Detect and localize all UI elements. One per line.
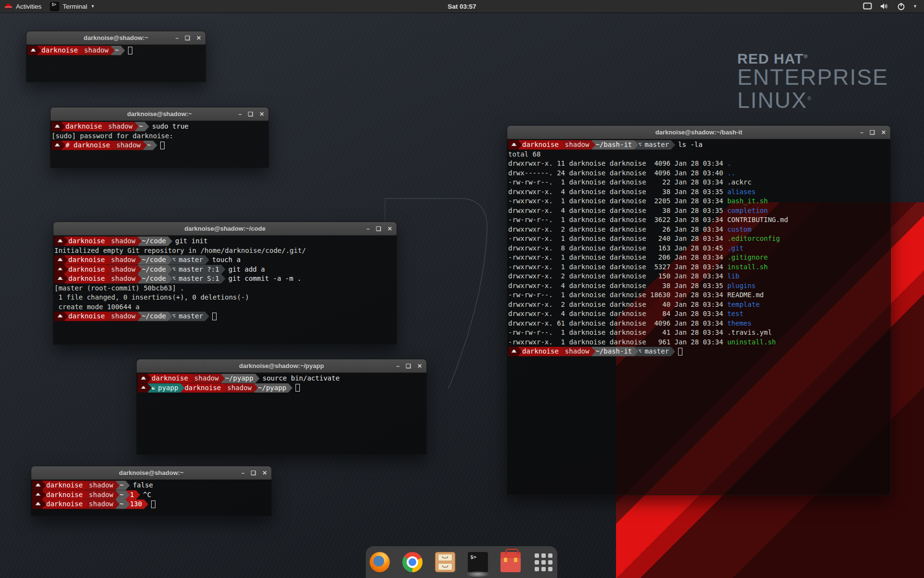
git-branch-icon: ⌥ (172, 274, 176, 284)
prompt-segment-host: shadow (85, 481, 120, 490)
git-branch-icon: ⌥ (172, 255, 176, 265)
top-bar: Activities $> Terminal ▼ Sat 03:57 ▼ (0, 0, 924, 13)
minimize-button[interactable]: – (238, 111, 242, 117)
terminal-line: 1 file changed, 0 insertions(+), 0 delet… (54, 293, 397, 302)
window-titlebar[interactable]: darknoise@shadow:~–❑✕ (26, 31, 205, 45)
terminal-line: # darknoiseshadow~ (51, 141, 269, 150)
prompt-segment-host: shadow (107, 255, 142, 265)
redhat-icon (36, 502, 40, 506)
maximize-button[interactable]: ❑ (185, 35, 190, 41)
command-text: git init (168, 236, 207, 246)
prompt-segment-host: shadow (85, 490, 120, 500)
prompt-segment-user: darknoise (42, 490, 89, 500)
terminal-window-t1: darknoise@shadow:~–❑✕darknoiseshadow~ (26, 31, 206, 82)
prompt-segment-path: ~/bash-it (591, 347, 638, 356)
filename-dir: template (727, 300, 759, 310)
terminal-cursor (160, 142, 165, 149)
terminal-line: darknoiseshadow~/code⌥master (54, 312, 397, 321)
filename-exec: uninstall.sh (727, 338, 776, 347)
dock-chrome-button[interactable] (402, 552, 423, 573)
terminal-line: drwxrwxr-x. 4 darknoise darknoise 38 Jan… (508, 187, 890, 197)
maximize-button[interactable]: ❑ (376, 226, 381, 232)
terminal-line: darknoiseshadow~/code⌥master S:1git comm… (54, 274, 397, 284)
redhat-icon (58, 277, 63, 280)
app-grid-icon (535, 553, 552, 571)
filename-dir: test (727, 309, 744, 319)
prompt-segment-path: ~/code (138, 236, 172, 246)
prompt-segment-host: shadow (191, 374, 225, 383)
dock-files-button[interactable] (435, 552, 456, 573)
minimize-button[interactable]: – (366, 226, 370, 232)
terminal-content[interactable]: darknoiseshadow~/codegit initInitialized… (53, 236, 397, 344)
dock-terminal-button[interactable]: $> (467, 552, 488, 573)
close-button[interactable]: ✕ (881, 130, 886, 135)
terminal-content[interactable]: darknoiseshadow~falsedarknoiseshadow~1^C… (31, 480, 271, 516)
close-button[interactable]: ✕ (196, 35, 201, 41)
command-text: source bin/activate (256, 374, 339, 383)
window-title: darknoise@shadow:~/pyapp (239, 362, 324, 369)
window-title: darknoise@shadow:~ (119, 469, 183, 476)
close-button[interactable]: ✕ (259, 111, 264, 117)
terminal-content[interactable]: darknoiseshadow~sudo true[sudo] password… (51, 121, 269, 168)
minimize-button[interactable]: – (175, 35, 179, 41)
terminal-line: Initialized empty Git repository in /hom… (54, 246, 397, 256)
terminal-cursor (151, 500, 155, 508)
close-button[interactable]: ✕ (417, 363, 422, 369)
filename-file: README.md (727, 290, 764, 300)
output-text: -rwxrwxr-x. 1 darknoise darknoise 240 Ja… (508, 234, 727, 244)
terminal-line: darknoiseshadow~/pyappsource bin/activat… (138, 374, 426, 383)
prompt-segment-user: darknoise (518, 347, 565, 356)
prompt-segment-path: ~/code (138, 274, 172, 284)
dock-app-grid-button[interactable] (533, 552, 554, 573)
prompt-segment-user: darknoise (62, 122, 108, 131)
maximize-button[interactable]: ❑ (251, 470, 256, 476)
prompt-segment-user: darknoise (64, 236, 111, 246)
window-controls: –❑✕ (241, 466, 267, 479)
drawer-top (438, 554, 452, 561)
terminal-icon: $> (468, 552, 488, 572)
output-text: drwx------. 24 darknoise darknoise 4096 … (508, 169, 727, 178)
clock[interactable]: Sat 03:57 (0, 3, 924, 10)
terminal-line: darknoiseshadow~/codegit init (54, 236, 397, 246)
prompt-segment-host: shadow (107, 312, 142, 321)
terminal-content[interactable]: darknoiseshadow~/pyappsource bin/activat… (137, 373, 426, 454)
filename-dir: themes (727, 319, 752, 328)
prompt-segment-host: shadow (107, 265, 142, 275)
prompt-segment-git-branch: ⌥master (634, 347, 675, 356)
minimize-button[interactable]: – (396, 363, 399, 369)
terminal-line: -rwxrwxr-x. 1 darknoise darknoise 206 Ja… (508, 253, 890, 263)
prompt-segment-user: darknoise (64, 312, 111, 321)
prompt-segment-user: darknoise (64, 274, 111, 284)
filename-file: CONTRIBUTING.md (727, 215, 788, 225)
maximize-button[interactable]: ❑ (870, 130, 875, 135)
drawer-bottom (438, 563, 452, 570)
redhat-icon (512, 143, 516, 146)
window-titlebar[interactable]: darknoise@shadow:~/bash-it–❑✕ (507, 126, 890, 139)
terminal-content[interactable]: darknoiseshadow~ (26, 45, 205, 82)
prompt-segment-git-branch: ⌥master S:1 (168, 274, 226, 284)
maximize-button[interactable]: ❑ (248, 111, 253, 117)
terminal-line: total 68 (508, 150, 890, 159)
dock-toolbox-button[interactable] (500, 552, 521, 573)
close-button[interactable]: ✕ (387, 226, 392, 232)
output-text: drwxrwxr-x. 61 darknoise darknoise 4096 … (508, 319, 727, 328)
window-titlebar[interactable]: darknoise@shadow:~–❑✕ (51, 107, 269, 121)
terminal-content[interactable]: darknoiseshadow~/bash-it⌥masterls -latot… (507, 139, 890, 495)
window-titlebar[interactable]: darknoise@shadow:~–❑✕ (31, 466, 271, 480)
minimize-button[interactable]: – (241, 470, 244, 476)
terminal-line: darknoiseshadow~130 (32, 499, 271, 509)
close-button[interactable]: ✕ (262, 470, 267, 476)
system-status-area[interactable]: ▼ (863, 2, 924, 11)
command-text: sudo true (145, 122, 189, 131)
window-title: darknoise@shadow:~ (84, 34, 148, 41)
prompt-segment-host: shadow (80, 46, 115, 55)
window-titlebar[interactable]: darknoise@shadow:~/pyapp–❑✕ (137, 359, 426, 373)
dock-firefox-button[interactable] (369, 552, 390, 573)
window-titlebar[interactable]: darknoise@shadow:~/code–❑✕ (53, 222, 397, 236)
terminal-cursor (212, 313, 217, 320)
display-icon (863, 2, 872, 10)
terminal-line: -rw-rw-r--. 1 darknoise darknoise 41 Jan… (508, 328, 890, 338)
git-branch-icon: ⌥ (638, 347, 642, 356)
maximize-button[interactable]: ❑ (406, 363, 411, 369)
minimize-button[interactable]: – (860, 130, 863, 135)
